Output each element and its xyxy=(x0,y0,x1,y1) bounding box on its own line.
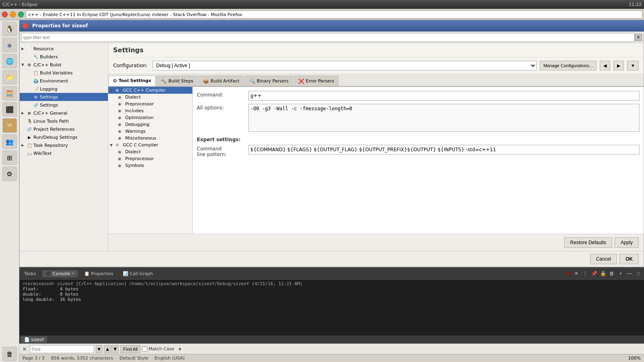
find-next-btn[interactable]: ▼ xyxy=(111,345,119,353)
tree-item-logging[interactable]: 📝 Logging xyxy=(20,85,108,93)
tree-item-tool-chain[interactable]: 🔗 Settings xyxy=(20,101,108,109)
restore-defaults-btn[interactable]: Restore Defaults xyxy=(564,237,612,248)
tree-item-task-repo[interactable]: ▶ 📋 Task Repository xyxy=(20,141,108,149)
task-repo-icon: 📋 xyxy=(26,142,33,148)
tree-label-run-debug: Run/Debug Settings xyxy=(33,135,78,140)
sidebar-icon-calc[interactable]: 🧮 xyxy=(2,86,17,101)
subtree-debugging[interactable]: ◉ Debugging xyxy=(108,121,192,128)
bottom-maximize-btn[interactable]: □ xyxy=(634,269,642,278)
apply-btn[interactable]: Apply xyxy=(615,237,639,248)
bottom-tab-tasks[interactable]: Tasks xyxy=(21,270,39,277)
configuration-select[interactable]: Debug [ Active ] xyxy=(153,61,537,70)
sidebar-icon-youtube[interactable]: YT xyxy=(2,118,17,133)
subtree-preprocessor[interactable]: ◉ Preprocessor xyxy=(108,101,192,107)
content-area: Properties for sizeof ✕ ▶ 📄 Resource xyxy=(19,20,644,362)
bottom-tab-call-graph[interactable]: 📊 Call Graph xyxy=(120,270,156,277)
editor-tab-sizeof[interactable]: 📄 sizeof xyxy=(21,336,47,343)
subtree-gcc-c-compiler[interactable]: ▼ ⚙ GCC C Compiler xyxy=(108,142,192,148)
sidebar-icon-settings[interactable]: ⚙ xyxy=(2,167,17,181)
find-all-btn[interactable]: Find All xyxy=(120,345,140,353)
bottom-minimize-btn[interactable]: — xyxy=(625,269,634,278)
miscellaneous-label: Miscellaneous xyxy=(125,136,156,141)
subtree-dialect[interactable]: ◉ Dialect xyxy=(108,94,192,101)
bottom-more-btn[interactable]: ⋮ xyxy=(581,269,589,278)
sidebar-icon-users[interactable]: 👥 xyxy=(2,134,17,149)
sidebar-icon-apps[interactable]: ⊞ xyxy=(2,150,17,165)
tree-arrow-toolchain xyxy=(28,103,33,107)
tree-item-run-debug[interactable]: ▶ Run/Debug Settings xyxy=(20,133,108,141)
match-case-checkbox[interactable] xyxy=(142,346,147,352)
browser-minimize-btn[interactable] xyxy=(10,11,16,18)
wikitext-icon: 📖 xyxy=(26,150,33,156)
nav-tree: ▶ 📄 Resource 🔧 Builders ▼ ⚙ C/C+ xyxy=(20,43,108,251)
sidebar-icon-ubuntu[interactable]: 🐧 xyxy=(2,22,17,36)
subtree-c-dialect[interactable]: ◉ Dialect xyxy=(108,148,192,155)
cancel-btn[interactable]: Cancel xyxy=(590,254,617,264)
tab-tool-settings[interactable]: ⚙ Tool Settings xyxy=(108,76,155,86)
browser-close-btn[interactable] xyxy=(2,11,8,18)
bottom-pin-btn[interactable]: 📌 xyxy=(590,269,598,278)
bottom-clear-btn[interactable]: 🗑 xyxy=(608,269,616,278)
tab-build-steps[interactable]: 🔨 Build Steps xyxy=(156,76,198,86)
subtree-c-preprocessor[interactable]: ◉ Preprocessor xyxy=(108,155,192,162)
filter-clear-btn[interactable]: ✕ xyxy=(635,34,642,41)
bottom-scroll-lock[interactable]: 🔒 xyxy=(599,269,607,278)
tree-item-builders[interactable]: 🔧 Builders xyxy=(20,53,108,61)
browser-maximize-btn[interactable] xyxy=(18,11,24,18)
sidebar-icon-files[interactable]: 📁 xyxy=(2,70,17,84)
tree-item-wikitext[interactable]: 📖 WikiText xyxy=(20,149,108,157)
config-nav-next[interactable]: ▶ xyxy=(613,61,624,70)
tree-item-linux-tools[interactable]: 🐧 Linux Tools Path xyxy=(20,117,108,125)
subtree-warnings[interactable]: ◉ Warnings xyxy=(108,128,192,135)
tree-label-project-refs: Project References xyxy=(33,127,74,132)
sidebar-icon-eclipse[interactable]: ◉ xyxy=(2,38,17,52)
bottom-stop-btn[interactable]: ■ xyxy=(564,269,572,278)
tree-item-cpp-general[interactable]: ▶ ⚙ C/C++ General xyxy=(20,109,108,117)
match-case-checkbox-group: Match Case xyxy=(142,346,174,352)
config-options-btn[interactable]: ▼ xyxy=(627,61,639,70)
browser-url[interactable]: c++ - Enable C++11 in Eclipse CDT (Juno/… xyxy=(26,10,642,19)
bottom-close-btn[interactable]: ✕ xyxy=(572,269,580,278)
bottom-tab-properties[interactable]: 📋 Properties xyxy=(81,270,117,277)
tree-item-environment[interactable]: 🌍 Environment xyxy=(20,77,108,85)
subtree-optimization[interactable]: ◉ Optimization xyxy=(108,114,192,121)
tree-item-resource[interactable]: ▶ 📄 Resource xyxy=(20,45,108,53)
tree-item-build-vars[interactable]: 📋 Build Variables xyxy=(20,69,108,77)
tab-binary-parsers[interactable]: 🔍 Binary Parsers xyxy=(245,76,293,86)
tree-item-cpp-build[interactable]: ▼ ⚙ C/C++ Build xyxy=(20,61,108,69)
subtree-gcc-cpp-compiler[interactable]: ▼ ⚙ GCC C++ Compiler xyxy=(108,87,192,94)
bottom-tab-console[interactable]: ⬛ Console ✕ xyxy=(42,270,77,277)
config-nav-prev[interactable]: ◀ xyxy=(600,61,610,70)
sidebar-icon-trash[interactable]: 🗑 xyxy=(2,347,17,361)
dialog-close-btn[interactable] xyxy=(23,23,28,29)
optimization-icon: ◉ xyxy=(118,115,124,120)
tree-arrow-settings xyxy=(28,95,33,99)
find-dropdown-btn[interactable]: ▼ xyxy=(96,345,102,353)
tab-error-parsers[interactable]: ❌ Error Parsers xyxy=(294,76,339,86)
subtree-c-symbols[interactable]: ◉ Symbols xyxy=(108,162,192,169)
manage-configurations-btn[interactable]: Manage Configurations... xyxy=(540,61,597,70)
find-input[interactable] xyxy=(30,345,94,353)
ok-btn[interactable]: OK xyxy=(619,254,639,264)
tab-build-artifact-label: Build Artifact xyxy=(211,78,239,84)
subtree-includes[interactable]: ◉ Includes xyxy=(108,107,192,114)
tree-arrow-taskrepo: ▶ xyxy=(21,143,26,147)
subtree-miscellaneous[interactable]: ◉ Miscellaneous xyxy=(108,135,192,142)
tree-item-settings[interactable]: ⚙ Settings xyxy=(20,93,108,101)
find-prev-btn[interactable]: ▲ xyxy=(104,345,111,353)
error-parsers-tab-icon: ❌ xyxy=(298,78,304,84)
tab-build-artifact[interactable]: 📦 Build Artifact xyxy=(198,76,244,86)
miscellaneous-icon: ◉ xyxy=(118,136,124,140)
all-options-value[interactable]: -O0 -g3 -Wall -c -fmessage-length=0 xyxy=(248,104,640,132)
filter-input[interactable] xyxy=(21,33,635,42)
status-right: 100% xyxy=(628,356,641,361)
find-close-btn[interactable]: ✕ xyxy=(21,346,28,353)
tree-label-logging: Logging xyxy=(40,86,58,92)
sidebar-icon-browser[interactable]: 🌐 xyxy=(2,54,17,68)
tool-settings-content: ▼ ⚙ GCC C++ Compiler ◉ Dialect xyxy=(108,87,644,234)
console-close-icon[interactable]: ✕ xyxy=(71,272,74,276)
tree-item-project-refs[interactable]: 🔗 Project References xyxy=(20,125,108,133)
bottom-newconsole-btn[interactable]: + xyxy=(617,269,625,278)
sidebar-icon-terminal[interactable]: ⬛ xyxy=(2,102,17,117)
find-extra-btn[interactable]: ✦ xyxy=(178,346,182,352)
